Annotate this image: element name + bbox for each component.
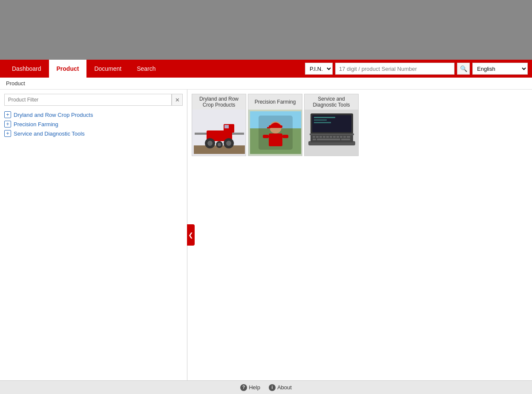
svg-rect-35 bbox=[317, 139, 340, 140]
sidebar-collapse-button[interactable]: ❮ bbox=[187, 224, 195, 246]
clear-filter-button[interactable]: ✕ bbox=[172, 94, 183, 106]
about-icon: i bbox=[269, 384, 276, 391]
content-area: Dryland and Row Crop Products bbox=[187, 90, 532, 380]
svg-rect-23 bbox=[313, 136, 315, 138]
nav-document[interactable]: Document bbox=[86, 60, 129, 78]
breadcrumb-text: Product bbox=[6, 80, 25, 87]
help-link[interactable]: ? Help bbox=[240, 384, 260, 391]
svg-rect-5 bbox=[232, 133, 244, 135]
sidebar-item-dryland-label: Dryland and Row Crop Products bbox=[14, 112, 93, 118]
svg-rect-40 bbox=[314, 119, 327, 121]
svg-rect-36 bbox=[341, 139, 350, 140]
top-gray-area bbox=[0, 0, 532, 60]
product-card-dryland-title: Dryland and Row Crop Products bbox=[192, 94, 246, 110]
svg-rect-18 bbox=[269, 133, 282, 146]
breadcrumb: Product bbox=[0, 78, 532, 90]
svg-point-11 bbox=[218, 143, 221, 146]
chevron-left-icon: ❮ bbox=[188, 232, 193, 238]
svg-rect-30 bbox=[336, 136, 339, 138]
svg-rect-24 bbox=[316, 136, 319, 138]
product-card-dryland[interactable]: Dryland and Row Crop Products bbox=[192, 94, 246, 156]
help-label: Help bbox=[249, 384, 260, 391]
svg-rect-31 bbox=[340, 136, 342, 138]
svg-rect-27 bbox=[326, 136, 329, 138]
svg-rect-42 bbox=[310, 133, 354, 135]
help-icon: ? bbox=[240, 384, 247, 391]
about-link[interactable]: i About bbox=[269, 384, 292, 391]
about-label: About bbox=[277, 384, 292, 391]
navbar: Dashboard Product Document Search P.I.N.… bbox=[0, 60, 532, 78]
product-cards: Dryland and Row Crop Products bbox=[192, 94, 528, 156]
svg-rect-29 bbox=[333, 136, 336, 138]
product-filter-input[interactable] bbox=[4, 94, 172, 106]
sidebar-item-precision-label: Precision Farming bbox=[14, 121, 58, 127]
svg-rect-17 bbox=[267, 127, 270, 128]
expand-dryland-icon: + bbox=[4, 111, 11, 118]
main-area: ✕ + Dryland and Row Crop Products + Prec… bbox=[0, 90, 532, 380]
product-card-service[interactable]: Service and Diagnostic Tools bbox=[304, 94, 359, 156]
sidebar-item-dryland[interactable]: + Dryland and Row Crop Products bbox=[4, 110, 183, 119]
sidebar-item-service[interactable]: + Service and Diagnostic Tools bbox=[4, 129, 183, 138]
svg-rect-33 bbox=[347, 136, 350, 138]
product-card-service-image bbox=[305, 110, 359, 156]
svg-rect-28 bbox=[330, 136, 332, 138]
nav-search[interactable]: Search bbox=[129, 60, 163, 78]
svg-rect-26 bbox=[323, 136, 325, 138]
pin-select[interactable]: P.I.N. bbox=[305, 63, 333, 75]
svg-rect-32 bbox=[343, 136, 346, 138]
svg-rect-3 bbox=[224, 125, 229, 128]
sidebar: ✕ + Dryland and Row Crop Products + Prec… bbox=[0, 90, 187, 380]
language-select[interactable]: English French German Spanish bbox=[472, 63, 528, 75]
nav-dashboard[interactable]: Dashboard bbox=[4, 60, 49, 78]
sidebar-item-precision[interactable]: + Precision Farming bbox=[4, 119, 183, 129]
nav-right: P.I.N. 🔍 English French German Spanish bbox=[305, 63, 528, 75]
search-button[interactable]: 🔍 bbox=[457, 63, 470, 75]
svg-rect-16 bbox=[269, 125, 282, 128]
product-card-service-title: Service and Diagnostic Tools bbox=[305, 94, 358, 110]
svg-point-7 bbox=[207, 141, 213, 146]
nav-product[interactable]: Product bbox=[49, 60, 87, 78]
svg-rect-4 bbox=[195, 133, 207, 135]
product-card-precision-image bbox=[248, 110, 302, 156]
svg-rect-41 bbox=[314, 122, 331, 123]
product-card-precision[interactable]: Precision Farming bbox=[248, 94, 302, 156]
serial-input[interactable] bbox=[335, 63, 454, 75]
svg-rect-20 bbox=[282, 135, 288, 138]
svg-point-9 bbox=[226, 141, 231, 146]
svg-rect-19 bbox=[263, 135, 269, 138]
clear-icon: ✕ bbox=[175, 97, 180, 103]
filter-row: ✕ bbox=[4, 94, 183, 106]
footer: ? Help i About bbox=[0, 380, 532, 394]
svg-rect-34 bbox=[313, 139, 316, 140]
search-icon: 🔍 bbox=[460, 65, 467, 72]
svg-rect-25 bbox=[319, 136, 322, 138]
product-card-dryland-image bbox=[192, 110, 246, 156]
product-card-precision-title: Precision Farming bbox=[248, 94, 302, 110]
svg-rect-39 bbox=[314, 117, 335, 118]
expand-service-icon: + bbox=[4, 130, 11, 137]
expand-precision-icon: + bbox=[4, 121, 11, 127]
sidebar-item-service-label: Service and Diagnostic Tools bbox=[14, 130, 85, 137]
